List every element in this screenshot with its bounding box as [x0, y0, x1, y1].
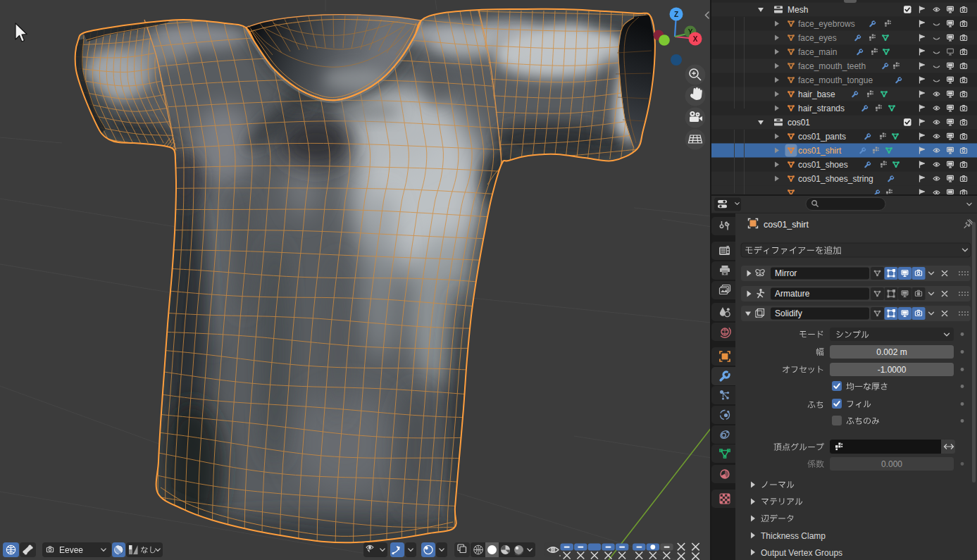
- svg-text:cos01_shirt: cos01_shirt: [764, 220, 809, 230]
- svg-text:-1.0000: -1.0000: [878, 365, 907, 375]
- svg-text:Armature: Armature: [775, 289, 810, 299]
- svg-text:X: X: [693, 35, 698, 43]
- svg-text:face_main: face_main: [798, 47, 837, 57]
- svg-text:hair_strands: hair_strands: [798, 104, 845, 113]
- svg-text:cos01_shoes: cos01_shoes: [798, 160, 848, 170]
- svg-text:0.002 m: 0.002 m: [876, 347, 907, 357]
- svg-text:0.000: 0.000: [881, 459, 902, 469]
- svg-text:face_eyes: face_eyes: [798, 33, 837, 43]
- svg-text:Mirror: Mirror: [775, 268, 797, 278]
- svg-text:Solidify: Solidify: [775, 309, 802, 318]
- svg-text:Z: Z: [674, 11, 678, 18]
- svg-text:cos01: cos01: [788, 118, 810, 127]
- svg-text:cos01_pants: cos01_pants: [798, 132, 846, 142]
- svg-text:Thickness Clamp: Thickness Clamp: [761, 531, 826, 541]
- svg-text:face_mouth_teeth: face_mouth_teeth: [798, 61, 866, 71]
- svg-text:face_mouth_tongue: face_mouth_tongue: [798, 75, 873, 85]
- svg-text:cos01_shirt: cos01_shirt: [798, 146, 842, 156]
- svg-text:face_eyebrows: face_eyebrows: [798, 19, 855, 29]
- svg-text:hair_base: hair_base: [798, 89, 835, 99]
- svg-text:Eevee: Eevee: [59, 545, 83, 555]
- svg-text:cos01_shoes_string: cos01_shoes_string: [798, 174, 873, 184]
- svg-text:Mesh: Mesh: [788, 5, 808, 15]
- svg-text:Output Vertex Groups: Output Vertex Groups: [761, 548, 842, 558]
